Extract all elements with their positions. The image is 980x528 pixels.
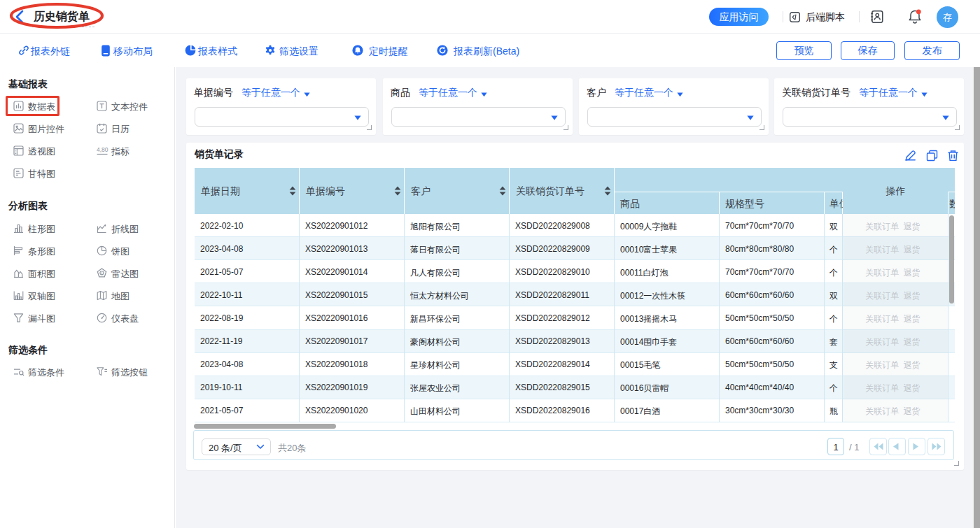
svg-text:4,80: 4,80 — [97, 146, 108, 153]
